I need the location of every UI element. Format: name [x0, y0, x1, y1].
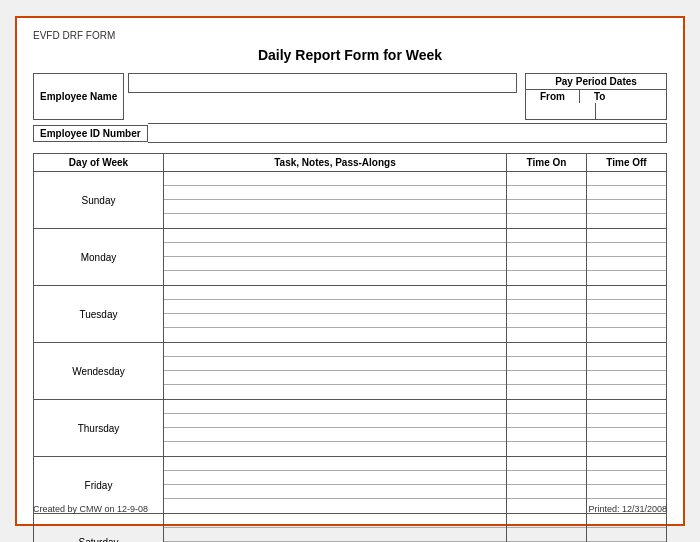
- timeon-sub-row[interactable]: [507, 528, 586, 542]
- task-sub-row[interactable]: [164, 414, 506, 428]
- timeon-sub-row[interactable]: [507, 186, 586, 200]
- timeon-cell[interactable]: [507, 229, 587, 286]
- day-cell: Saturday: [34, 514, 164, 543]
- timeon-cell[interactable]: [507, 172, 587, 229]
- pay-period-from-input[interactable]: [526, 103, 596, 119]
- timeon-cell[interactable]: [507, 286, 587, 343]
- timeon-cell[interactable]: [507, 343, 587, 400]
- task-cell[interactable]: [164, 172, 507, 229]
- task-sub-row[interactable]: [164, 243, 506, 257]
- timeoff-sub-row[interactable]: [587, 214, 666, 228]
- timeon-sub-row[interactable]: [507, 442, 586, 456]
- timeon-sub-row[interactable]: [507, 229, 586, 243]
- timeoff-cell[interactable]: [587, 343, 667, 400]
- timeoff-sub-row[interactable]: [587, 257, 666, 271]
- timeon-sub-row[interactable]: [507, 286, 586, 300]
- timeon-sub-row[interactable]: [507, 428, 586, 442]
- timeon-sub-row[interactable]: [507, 214, 586, 228]
- timeon-sub-row[interactable]: [507, 385, 586, 399]
- timeoff-sub-row[interactable]: [587, 457, 666, 471]
- task-sub-row[interactable]: [164, 328, 506, 342]
- task-sub-row[interactable]: [164, 286, 506, 300]
- timeoff-cell[interactable]: [587, 514, 667, 543]
- timeon-sub-row[interactable]: [507, 400, 586, 414]
- timeoff-sub-row[interactable]: [587, 172, 666, 186]
- timeon-sub-row[interactable]: [507, 314, 586, 328]
- task-sub-row[interactable]: [164, 371, 506, 385]
- timeoff-sub-row[interactable]: [587, 471, 666, 485]
- employee-name-input[interactable]: [128, 73, 517, 93]
- timeon-sub-row[interactable]: [507, 271, 586, 285]
- timeoff-cell[interactable]: [587, 229, 667, 286]
- task-sub-row[interactable]: [164, 442, 506, 456]
- task-sub-row[interactable]: [164, 357, 506, 371]
- timeon-sub-row[interactable]: [507, 343, 586, 357]
- timeoff-sub-row[interactable]: [587, 200, 666, 214]
- timeon-sub-row[interactable]: [507, 243, 586, 257]
- timeoff-sub-row[interactable]: [587, 400, 666, 414]
- timeoff-sub-row[interactable]: [587, 528, 666, 542]
- task-sub-row[interactable]: [164, 385, 506, 399]
- timeon-sub-row[interactable]: [507, 414, 586, 428]
- task-sub-row[interactable]: [164, 229, 506, 243]
- timeoff-sub-row[interactable]: [587, 243, 666, 257]
- pay-period-to-input[interactable]: [596, 103, 666, 119]
- task-sub-row[interactable]: [164, 186, 506, 200]
- timeoff-sub-row[interactable]: [587, 286, 666, 300]
- timeoff-sub-row[interactable]: [587, 414, 666, 428]
- task-sub-row[interactable]: [164, 300, 506, 314]
- task-sub-row[interactable]: [164, 200, 506, 214]
- task-sub-row[interactable]: [164, 343, 506, 357]
- task-sub-row[interactable]: [164, 257, 506, 271]
- task-sub-row[interactable]: [164, 172, 506, 186]
- timeoff-sub-row[interactable]: [587, 343, 666, 357]
- task-cell[interactable]: [164, 343, 507, 400]
- timeon-cell[interactable]: [507, 400, 587, 457]
- task-cell[interactable]: [164, 400, 507, 457]
- timeon-sub-row[interactable]: [507, 357, 586, 371]
- task-sub-row[interactable]: [164, 485, 506, 499]
- task-sub-row[interactable]: [164, 314, 506, 328]
- timeoff-sub-row[interactable]: [587, 514, 666, 528]
- employee-id-input[interactable]: [148, 123, 667, 143]
- timeon-sub-row[interactable]: [507, 457, 586, 471]
- timeoff-sub-row[interactable]: [587, 229, 666, 243]
- timeon-sub-row[interactable]: [507, 300, 586, 314]
- task-sub-row[interactable]: [164, 514, 506, 528]
- timeoff-cell[interactable]: [587, 172, 667, 229]
- timeon-sub-row[interactable]: [507, 328, 586, 342]
- task-sub-row[interactable]: [164, 457, 506, 471]
- timeoff-sub-row[interactable]: [587, 357, 666, 371]
- timeon-sub-row[interactable]: [507, 485, 586, 499]
- col-header-timeoff: Time Off: [587, 154, 667, 172]
- timeon-sub-row[interactable]: [507, 257, 586, 271]
- task-sub-row[interactable]: [164, 400, 506, 414]
- timeoff-cell[interactable]: [587, 286, 667, 343]
- timeoff-sub-row[interactable]: [587, 271, 666, 285]
- timeon-sub-row[interactable]: [507, 371, 586, 385]
- timeoff-sub-row[interactable]: [587, 371, 666, 385]
- timeon-sub-row[interactable]: [507, 514, 586, 528]
- timeon-sub-row[interactable]: [507, 471, 586, 485]
- timeoff-sub-row[interactable]: [587, 428, 666, 442]
- task-cell[interactable]: [164, 514, 507, 543]
- task-sub-row[interactable]: [164, 271, 506, 285]
- timeon-sub-row[interactable]: [507, 172, 586, 186]
- timeoff-sub-row[interactable]: [587, 300, 666, 314]
- timeoff-sub-row[interactable]: [587, 328, 666, 342]
- timeoff-sub-row[interactable]: [587, 186, 666, 200]
- timeoff-sub-row[interactable]: [587, 385, 666, 399]
- task-sub-row[interactable]: [164, 214, 506, 228]
- task-sub-row[interactable]: [164, 471, 506, 485]
- task-cell[interactable]: [164, 286, 507, 343]
- task-sub-row[interactable]: [164, 528, 506, 542]
- timeoff-cell[interactable]: [587, 400, 667, 457]
- task-cell[interactable]: [164, 229, 507, 286]
- timeoff-sub-row[interactable]: [587, 442, 666, 456]
- timeoff-sub-row[interactable]: [587, 314, 666, 328]
- task-sub-row[interactable]: [164, 428, 506, 442]
- page: EVFD DRF FORM Daily Report Form for Week…: [15, 16, 685, 526]
- timeon-sub-row[interactable]: [507, 200, 586, 214]
- timeon-cell[interactable]: [507, 514, 587, 543]
- timeoff-sub-row[interactable]: [587, 485, 666, 499]
